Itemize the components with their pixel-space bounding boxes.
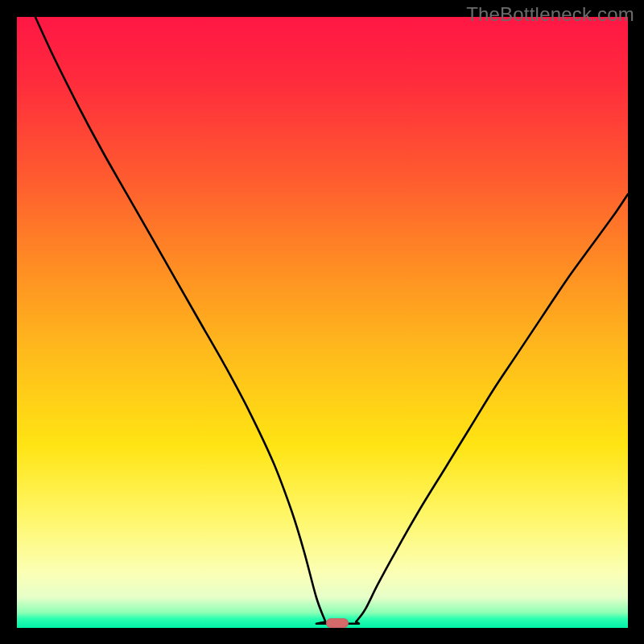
curve-layer: [17, 17, 628, 628]
bottleneck-marker: [326, 618, 349, 627]
plot-area: [17, 17, 628, 628]
bottleneck-curve: [35, 17, 627, 624]
watermark-text: TheBottleneck.com: [466, 3, 634, 26]
chart-frame: TheBottleneck.com: [0, 0, 644, 644]
